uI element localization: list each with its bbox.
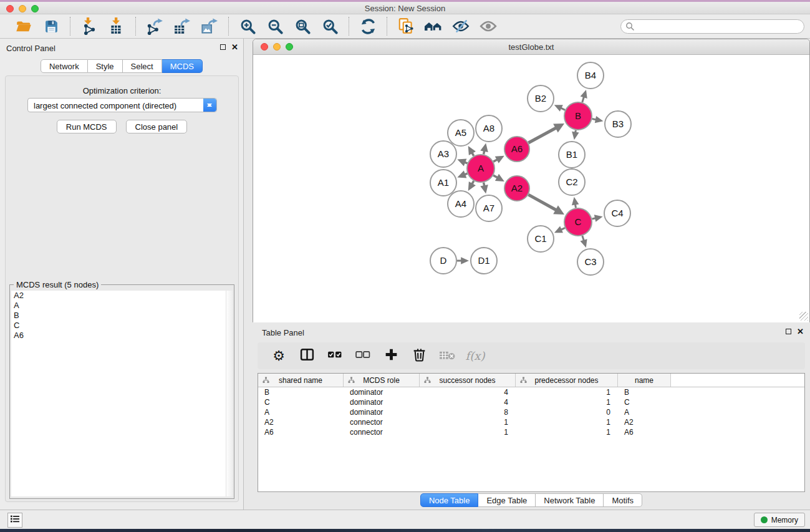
first-neighbors-button[interactable] [423, 17, 443, 36]
deselect-all-checkboxes-button[interactable] [354, 347, 372, 365]
save-session-button[interactable] [41, 17, 61, 36]
function-builder-button[interactable]: f(x) [466, 347, 484, 365]
table-toolbar: ⚙f(x) [258, 342, 805, 369]
result-item[interactable]: A6 [11, 331, 226, 341]
column-header-successor-nodes[interactable]: successor nodes [420, 374, 516, 387]
add-column-button[interactable] [382, 347, 400, 365]
column-selector-button[interactable] [298, 347, 316, 365]
edge-A-A2[interactable] [493, 175, 498, 178]
graph-node-A1[interactable]: A1 [430, 170, 456, 196]
search-input[interactable] [620, 19, 804, 34]
graph-node-A2[interactable]: A2 [504, 176, 529, 201]
edge-A2-C[interactable] [528, 195, 556, 210]
table-row[interactable]: A6connector11A6 [258, 427, 804, 437]
edge-A6-B[interactable] [528, 128, 556, 143]
graph-node-A4[interactable]: A4 [448, 191, 474, 217]
result-list-scrollbar[interactable] [226, 291, 233, 496]
graph-node-C2[interactable]: C2 [559, 169, 585, 195]
graph-node-C[interactable]: C [564, 208, 592, 236]
table-row[interactable]: Cdominator41C [258, 397, 804, 407]
open-file-button[interactable] [14, 17, 34, 36]
graph-node-D1[interactable]: D1 [471, 248, 497, 274]
table-row[interactable]: Adominator80A [258, 407, 804, 417]
graph-node-A[interactable]: A [467, 155, 494, 182]
close-panel-icon[interactable]: ✕ [231, 44, 238, 51]
graph-node-C1[interactable]: C1 [528, 226, 554, 252]
graph-node-B4[interactable]: B4 [577, 62, 604, 89]
run-mcds-button[interactable]: Run MCDS [57, 120, 117, 133]
edge-B-B4[interactable] [582, 97, 584, 102]
zoom-selected-button[interactable] [320, 17, 340, 36]
tab-network-table[interactable]: Network Table [536, 493, 604, 507]
export-image-button[interactable] [200, 17, 219, 36]
result-item[interactable]: A [11, 301, 226, 311]
result-item[interactable]: C [11, 321, 226, 331]
hide-graphics-details-button[interactable] [451, 17, 471, 36]
close-panel-button[interactable]: Close panel [126, 120, 188, 133]
column-header-name[interactable]: name [618, 374, 671, 387]
optimization-criterion-select[interactable]: largest connected component (directed) [27, 98, 217, 112]
copy-network-button[interactable] [396, 17, 416, 36]
zoom-selected-icon [322, 18, 339, 35]
delete-table-button[interactable] [438, 347, 456, 365]
task-history-button[interactable] [7, 513, 22, 528]
graph-node-A6[interactable]: A6 [504, 137, 529, 162]
import-table-button[interactable] [107, 17, 127, 36]
graph-node-A8[interactable]: A8 [476, 115, 502, 142]
graph-node-C4[interactable]: C4 [604, 200, 630, 226]
import-network-button[interactable] [79, 17, 99, 36]
graph-node-B[interactable]: B [564, 102, 592, 130]
column-header-predecessor-nodes[interactable]: predecessor nodes [516, 374, 618, 387]
cell-shared-name: B [258, 387, 344, 397]
table-float-panel-icon[interactable] [786, 329, 791, 334]
result-item[interactable]: A2 [11, 291, 226, 301]
memory-button[interactable]: Memory [754, 513, 805, 527]
tab-node-table[interactable]: Node Table [420, 493, 479, 507]
table-row[interactable]: Bdominator41B [258, 387, 804, 397]
edge-A-A6[interactable] [493, 160, 497, 162]
tab-select[interactable]: Select [123, 59, 162, 73]
window-resize-grip[interactable] [799, 312, 808, 321]
node-label: A3 [438, 148, 449, 159]
delete-column-button[interactable] [410, 347, 428, 365]
network-window-titlebar[interactable]: testGlobe.txt [253, 39, 809, 55]
graph-node-A3[interactable]: A3 [430, 141, 456, 167]
graph-node-A5[interactable]: A5 [448, 120, 474, 146]
float-panel-icon[interactable] [220, 44, 226, 50]
graph-node-B2[interactable]: B2 [528, 85, 554, 112]
settings-gear-button[interactable]: ⚙ [270, 347, 287, 365]
tab-edge-table[interactable]: Edge Table [478, 493, 536, 507]
tab-mcds[interactable]: MCDS [162, 59, 203, 73]
graph-node-D[interactable]: D [430, 248, 456, 274]
zoom-out-button[interactable] [265, 17, 285, 36]
zoom-fit-button[interactable] [292, 17, 312, 36]
export-network-button[interactable] [145, 17, 165, 36]
show-graphics-details-button[interactable] [478, 17, 498, 36]
table-close-panel-icon[interactable]: ✕ [797, 328, 804, 335]
graph-node-A7[interactable]: A7 [476, 195, 502, 221]
graph-node-B3[interactable]: B3 [605, 111, 631, 137]
network-window-title: testGlobe.txt [253, 42, 809, 52]
export-table-button[interactable] [172, 17, 192, 36]
zoom-in-button[interactable] [238, 17, 258, 36]
result-item[interactable]: B [11, 311, 226, 321]
app-window: Session: New Session Control Panel ✕ Net… [0, 0, 810, 532]
table-row[interactable]: A2connector11A2 [258, 417, 804, 427]
tab-motifs[interactable]: Motifs [604, 493, 642, 507]
column-header-MCDS-role[interactable]: MCDS role [344, 374, 420, 387]
edge-C-C3[interactable] [582, 236, 584, 241]
edge-B-B2[interactable] [561, 108, 565, 110]
dropdown-stepper-icon[interactable] [203, 99, 216, 112]
graph-node-C3[interactable]: C3 [577, 249, 604, 275]
refresh-network-button[interactable] [358, 17, 378, 36]
show-graphics-details-icon [480, 18, 497, 34]
network-graph-canvas[interactable]: B4B2BB3B1A5A8A6A3AA1C2A2A4A7CC4C1C3DD1 [253, 56, 809, 322]
table-header-row: shared nameMCDS rolesuccessor nodesprede… [258, 374, 804, 387]
edge-C-C1[interactable] [561, 228, 565, 230]
column-header-shared-name[interactable]: shared name [258, 374, 344, 387]
select-all-checkboxes-button[interactable] [326, 347, 344, 365]
tab-style[interactable]: Style [88, 59, 123, 73]
graph-node-B1[interactable]: B1 [559, 142, 585, 168]
node-label: A [478, 163, 484, 173]
tab-network[interactable]: Network [41, 59, 88, 73]
